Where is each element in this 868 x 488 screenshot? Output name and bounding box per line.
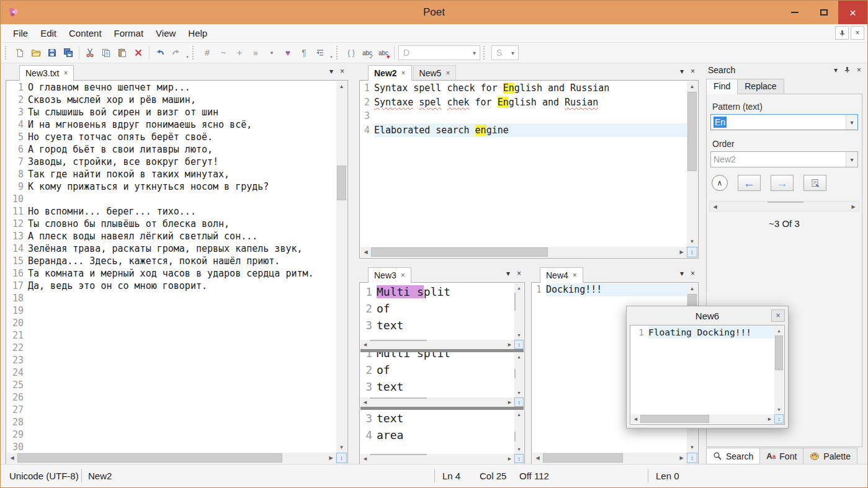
toolbar-grip[interactable] [5,46,9,60]
horizontal-scrollbar[interactable]: ◀ ▶ [532,453,687,463]
floating-window-new6[interactable]: New6 × 1 Floating Docking!!! ▲ ▼ ◀ ▶ ↕ [626,306,789,428]
scroll-thumb[interactable] [767,202,803,203]
scroll-left-icon[interactable]: ◀ [360,340,370,349]
scroll-thumb[interactable] [370,340,427,341]
scroll-up-icon[interactable]: ▲ [514,283,524,293]
scroll-left-icon[interactable]: ◀ [7,453,17,463]
scroll-down-icon[interactable]: ▼ [336,442,347,453]
horizontal-scrollbar[interactable]: ◀ ▶ [360,397,514,407]
split-view-button[interactable]: ↕ [687,247,697,257]
scroll-up-icon[interactable]: ▲ [687,81,697,92]
scroll-thumb[interactable] [543,453,623,463]
scroll-thumb[interactable] [370,454,427,455]
indent-button[interactable] [312,45,328,61]
panel-menu-button[interactable]: ▾ [834,66,838,74]
pilcrow-button[interactable]: ¶ [296,45,312,61]
scroll-track[interactable] [17,453,326,463]
horizontal-scrollbar[interactable]: ◀ ▶ [360,454,514,463]
scroll-thumb[interactable] [514,293,516,311]
scroll-down-icon[interactable]: ▼ [514,388,524,397]
find-previous-button[interactable]: ← [738,175,761,191]
panel-close-button[interactable]: × [691,270,695,277]
text-editor-new6[interactable]: 1 Floating Docking!!! [631,326,774,414]
save-all-button[interactable] [60,45,76,61]
scroll-up-icon[interactable]: ▲ [687,283,697,294]
horizontal-scrollbar[interactable]: ◀ ▶ [360,247,687,257]
titlebar[interactable]: Poet × [1,1,867,24]
scroll-down-icon[interactable]: ▼ [774,405,784,414]
scroll-right-icon[interactable]: ▶ [505,454,514,463]
scroll-track[interactable] [640,414,765,424]
tab-list-button[interactable]: ▾ [329,68,333,75]
tab-new5[interactable]: New5 × [413,65,457,81]
tab-replace[interactable]: Replace [737,79,784,94]
toolbar-grip[interactable] [336,46,340,60]
scroll-up-icon[interactable]: ▲ [514,352,524,362]
menu-help[interactable]: Help [182,25,213,41]
search-options-button[interactable] [803,175,826,191]
pattern-combobox[interactable]: En ▾ [710,114,858,130]
menu-file[interactable]: File [7,25,34,41]
tab-close-icon[interactable]: × [63,69,68,77]
cut-button[interactable] [82,45,98,61]
scroll-up-icon[interactable]: ▲ [774,326,784,335]
spell-check-button[interactable]: abc ✓ [359,45,375,61]
tab-list-button[interactable]: ▾ [506,270,510,277]
scroll-left-icon[interactable]: ◀ [532,453,543,463]
go-to-top-button[interactable]: ∧ [712,175,728,191]
chevron-down-icon[interactable]: ▾ [846,152,857,167]
tab-palette[interactable]: Palette [803,448,857,464]
scroll-left-icon[interactable]: ◀ [360,247,371,257]
dictionary-combobox[interactable]: D ▾ [398,45,480,60]
find-next-button[interactable]: → [771,175,794,191]
maximize-button[interactable] [809,1,838,24]
scroll-right-icon[interactable]: ▶ [326,453,336,463]
quotes-button[interactable]: » [248,45,264,61]
scroll-thumb[interactable] [640,415,709,423]
toolbar-overflow-button[interactable]: ▾ [328,45,334,61]
copy-button[interactable] [98,45,114,61]
spell-favorites-button[interactable]: abc ♥ [375,45,391,61]
delete-button[interactable] [130,45,146,61]
tab-find[interactable]: Find [706,79,738,94]
split-view-button[interactable]: ↕ [514,340,524,349]
tab-new3txt[interactable]: New3.txt × [19,65,74,81]
tab-font[interactable]: Aa Font [759,448,803,464]
scroll-thumb[interactable] [514,369,516,378]
scroll-up-icon[interactable]: ▲ [336,81,347,92]
scroll-track[interactable] [371,247,676,257]
scroll-right-icon[interactable]: ▶ [676,247,687,257]
redo-button[interactable] [168,45,184,61]
text-editor-new3-split2[interactable]: 123 Multi splitoftext [360,352,514,397]
vertical-scrollbar[interactable]: ▲ ▼ [514,283,524,340]
scroll-thumb[interactable] [371,247,548,257]
chevron-down-icon[interactable]: ▾ [846,115,857,130]
split-view-button[interactable]: ↕ [687,453,697,463]
new-file-button[interactable] [12,45,28,61]
split-view-button[interactable]: ↕ [514,397,524,407]
plus-button[interactable]: + [231,45,248,61]
horizontal-scrollbar[interactable]: ◀ ▶ [7,453,336,463]
scroll-right-icon[interactable]: ▶ [505,340,514,349]
tab-new3[interactable]: New3 × [368,267,411,283]
floating-window-titlebar[interactable]: New6 × [627,306,788,325]
tab-new4[interactable]: New4 × [540,267,583,283]
pin-button[interactable] [844,66,851,74]
scroll-track[interactable] [370,454,505,463]
tilde-button[interactable]: ~ [215,45,231,61]
scroll-track[interactable] [370,340,505,349]
dock-pin-button[interactable] [835,26,849,40]
scroll-up-icon[interactable]: ▲ [514,410,524,419]
bullet-button[interactable]: • [264,45,280,61]
scroll-down-icon[interactable]: ▼ [514,331,524,340]
scroll-right-icon[interactable]: ▶ [505,397,514,407]
order-combobox[interactable]: New2 ▾ [710,151,858,167]
text-editor-new2[interactable]: 1234 Syntax spell check for English and … [360,81,687,247]
scroll-track[interactable] [336,92,347,442]
horizontal-scrollbar[interactable]: ◀ ▶ [631,414,774,424]
scroll-thumb[interactable] [370,397,427,399]
dock-close-button[interactable]: × [851,26,864,40]
panel-close-button[interactable]: × [857,66,861,74]
scroll-thumb[interactable] [687,92,697,171]
tab-search[interactable]: Search [706,448,760,464]
